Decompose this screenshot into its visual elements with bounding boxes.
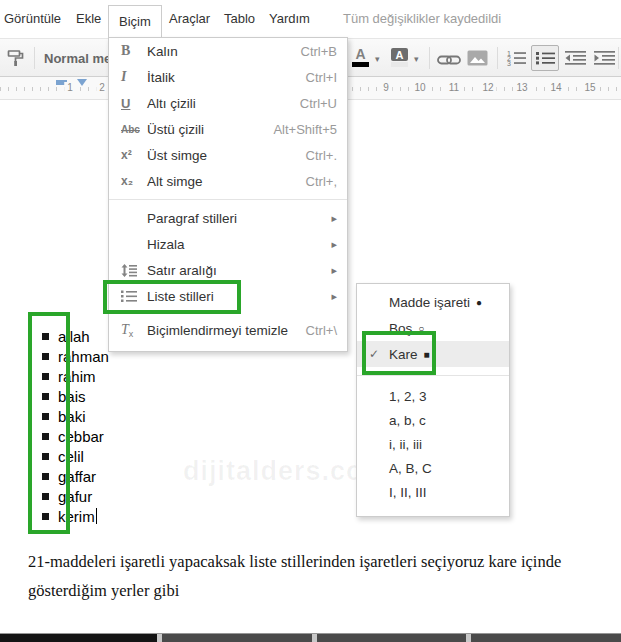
indent-decrease-icon[interactable] [565, 50, 586, 70]
ruler-number-11: 11 [446, 82, 462, 94]
menu-item-label: Biçimlendirmeyi temizle [147, 323, 306, 338]
clear-formatting-icon: Tx [121, 322, 147, 338]
caption-line-2: gösterdiğim yerler gibi [28, 576, 603, 605]
menubar-item-bicim[interactable]: Biçim [108, 5, 162, 38]
subscript-icon: x₂ [121, 174, 147, 188]
indent-marker[interactable] [77, 79, 87, 86]
submenu-item-label: 1, 2, 3 [389, 389, 427, 404]
submenu-item-i-ii-iii[interactable]: I, II, III [357, 480, 509, 504]
submenu-item-i-ii-iii[interactable]: i, ii, iii [357, 432, 509, 456]
menu-item-label: Paragraf stilleri [147, 211, 331, 226]
menu-item-shortcut: Ctrl+. [306, 148, 337, 163]
ruler-number-10: 10 [411, 82, 428, 94]
submenu-item-label: a, b, c [389, 413, 426, 428]
menubar-item-ekle[interactable]: Ekle [76, 11, 101, 26]
line-spacing-icon [121, 263, 147, 278]
text-color-icon[interactable]: A [352, 48, 369, 67]
superscript-icon: x² [121, 148, 147, 162]
toolbar-divider [497, 47, 498, 69]
highlight-color-icon[interactable]: A [391, 48, 408, 67]
italic-icon: I [121, 69, 147, 85]
menu-item-alti-cizili[interactable]: UAltı çiziliCtrl+U [109, 90, 347, 116]
ruler-number-14: 14 [547, 82, 564, 94]
menu-item-label: Hizala [147, 237, 331, 252]
indent-increase-icon[interactable] [594, 50, 615, 70]
taskbar-segment[interactable] [0, 634, 157, 642]
menubar-item-tablo[interactable]: Tablo [224, 11, 255, 26]
list-styles-submenu: Madde işareti●Boş○✓Kare■1, 2, 3a, b, ci,… [356, 283, 510, 517]
insert-link-icon[interactable] [437, 52, 461, 70]
ruler-number-13: 13 [513, 82, 530, 94]
submenu-item-label: Madde işareti [389, 295, 470, 310]
menu-item-ust-simge[interactable]: x²Üst simgeCtrl+. [109, 142, 347, 168]
menu-item-shortcut: Ctrl+, [306, 174, 337, 189]
submenu-arrow-icon: ▸ [331, 264, 337, 277]
highlight-box-kare [362, 331, 436, 375]
submenu-item-a-b-c[interactable]: a, b, c [357, 408, 509, 432]
submenu-arrow-icon: ▸ [331, 212, 337, 225]
ruler-number-2: 2 [96, 82, 108, 94]
menubar-item-goruntule[interactable]: Görüntüle [4, 11, 61, 26]
submenu-item-a-b-c[interactable]: A, B, C [357, 456, 509, 480]
strikethrough-icon: Abc [121, 124, 147, 135]
bullet-preview-icon: ● [476, 297, 482, 308]
taskbar-edge [0, 633, 621, 642]
menu-item-label: Kalın [147, 44, 301, 59]
bulleted-list-icon[interactable] [531, 45, 559, 71]
underline-icon: U [121, 96, 147, 111]
menu-item-label: Altı çizili [147, 96, 300, 111]
highlight-box-bullets [28, 312, 70, 534]
menubar-item-araclar[interactable]: Araçlar [169, 11, 210, 26]
menu-item-shortcut: Ctrl+\ [306, 323, 337, 338]
menu-item-bicimlendirmeyi-temizle[interactable]: TxBiçimlendirmeyi temizleCtrl+\ [109, 317, 347, 343]
svg-text:3: 3 [507, 60, 511, 66]
taskbar-segment[interactable] [162, 634, 312, 642]
submenu-arrow-icon: ▸ [331, 290, 337, 303]
submenu-arrow-icon: ▸ [331, 238, 337, 251]
text-color-caret-icon[interactable]: ▾ [375, 54, 380, 64]
paint-format-icon[interactable] [6, 48, 26, 72]
menu-item-italik[interactable]: IİtalikCtrl+I [109, 64, 347, 90]
toolbar-divider [618, 47, 619, 69]
ruler-number-9: 9 [380, 82, 392, 94]
menu-item-alt-simge[interactable]: x₂Alt simgeCtrl+, [109, 168, 347, 194]
menu-item-label: İtalik [147, 70, 306, 85]
caption-text: 21-maddeleri işaretli yapacaksak liste s… [28, 547, 603, 605]
caption-line-1: 21-maddeleri işaretli yapacaksak liste s… [28, 547, 603, 576]
save-status: Tüm değişiklikler kaydedildi [343, 11, 501, 26]
menu-item-shortcut: Ctrl+B [301, 44, 337, 59]
highlight-color-caret-icon[interactable]: ▾ [414, 54, 419, 64]
menu-item-kalin[interactable]: BKalınCtrl+B [109, 38, 347, 64]
submenu-item-label: i, ii, iii [389, 437, 422, 452]
submenu-item-label: I, II, III [389, 485, 427, 500]
menu-item-label: Satır aralığı [147, 263, 331, 278]
toolbar-divider [34, 47, 35, 69]
highlight-box-liste-stilleri [103, 280, 241, 314]
taskbar-segment[interactable] [471, 634, 621, 642]
taskbar-segment[interactable] [317, 634, 467, 642]
toolbar-divider [429, 47, 430, 69]
menu-separator [109, 199, 347, 200]
menu-item-label: Üst simge [147, 148, 306, 163]
menu-item-shortcut: Alt+Shift+5 [273, 122, 337, 137]
menubar: GörüntüleEkleBiçimAraçlarTabloYardım Tüm… [0, 0, 621, 38]
text-cursor [96, 508, 97, 524]
submenu-item-madde-isareti[interactable]: Madde işareti● [357, 289, 509, 315]
ruler-number-1: 1 [64, 82, 76, 94]
insert-image-icon[interactable] [467, 50, 488, 70]
submenu-separator [357, 375, 509, 376]
menu-item-shortcut: Ctrl+U [300, 96, 337, 111]
menu-item-label: Alt simge [147, 174, 306, 189]
submenu-item-label: A, B, C [389, 461, 432, 476]
ruler-number-12: 12 [479, 82, 496, 94]
numbered-list-icon[interactable]: 123 [505, 50, 526, 70]
bold-icon: B [121, 43, 147, 59]
menu-item-paragraf-stilleri[interactable]: Paragraf stilleri▸ [109, 205, 347, 231]
submenu-item-1-2-3[interactable]: 1, 2, 3 [357, 384, 509, 408]
menu-item-ustu-cizili[interactable]: AbcÜstü çiziliAlt+Shift+5 [109, 116, 347, 142]
ruler-number-15: 15 [581, 82, 598, 94]
menubar-item-yardim[interactable]: Yardım [269, 11, 310, 26]
menu-item-shortcut: Ctrl+I [306, 70, 337, 85]
menu-item-hizala[interactable]: Hizala▸ [109, 231, 347, 257]
menu-item-label: Üstü çizili [147, 122, 273, 137]
